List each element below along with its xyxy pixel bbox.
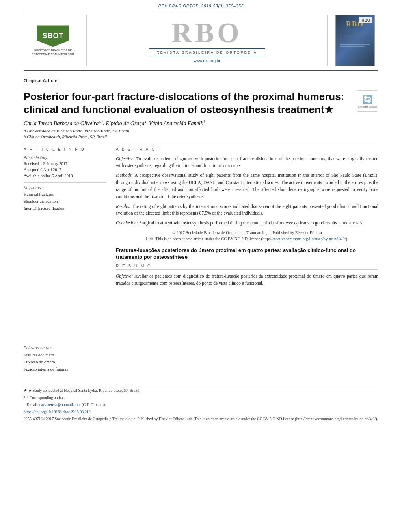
cover-line-4 bbox=[340, 39, 370, 39]
copyright-link[interactable]: creativecommons.org/licenses/by-nc-nd/4.… bbox=[272, 237, 346, 241]
rbo-cover-lines bbox=[340, 32, 370, 48]
keyword-2: Shoulder dislocation bbox=[24, 198, 106, 205]
footnote-star-symbol: ★ bbox=[24, 388, 28, 393]
page: REV BRAS ORTOP. 2018;53(3):350–356 SBOT … bbox=[0, 0, 402, 532]
www-label: www.rbo.org.br bbox=[194, 59, 220, 63]
pt-main-title: Fraturas-luxações posteriores do úmero p… bbox=[116, 247, 378, 261]
pt-title-section: Fraturas-luxações posteriores do úmero p… bbox=[116, 247, 378, 287]
keywords-label: Keywords: bbox=[24, 186, 106, 190]
author-vania: Vânia Aparecida Fanelli bbox=[149, 120, 203, 126]
article-info-header: A R T I C L E I N F O bbox=[24, 147, 106, 153]
corresponding-symbol: * bbox=[24, 395, 27, 400]
article-type-label: Original Article bbox=[24, 78, 58, 85]
palavras-label: Palavras-chave: bbox=[24, 346, 106, 350]
cover-line-8 bbox=[340, 46, 364, 47]
email-link[interactable]: carla.teresa@hotmail.com bbox=[39, 402, 81, 407]
sbot-shield-icon: SBOT bbox=[37, 25, 69, 47]
sbot-logo: SBOT SOCIEDADE BRASILEIRA DE ORTOPEDIA E… bbox=[32, 25, 74, 56]
cover-line-7 bbox=[340, 44, 370, 45]
conclusion-label: Conclusion: bbox=[116, 221, 138, 225]
email-suffix: (C.T. Oliveira). bbox=[82, 402, 106, 407]
objective-text: To evaluate patients diagnosed with post… bbox=[116, 156, 378, 168]
left-column: A R T I C L E I N F O Article history: R… bbox=[24, 147, 106, 373]
revista-label: REVISTA BRASILEIRA DE ORTOPEDIA bbox=[149, 48, 265, 56]
sbot-logo-section: SBOT SOCIEDADE BRASILEIRA DE ORTOPEDIA E… bbox=[24, 15, 87, 66]
abstract-results: Results: The rating of eight patients by… bbox=[116, 203, 378, 217]
cover-line-6 bbox=[340, 43, 358, 43]
title-section: Posterior four-part fracture-dislocation… bbox=[24, 90, 378, 116]
resumo-header: R E S U M O bbox=[116, 264, 378, 270]
conclusion-text: Surgical treatment with osteosynthesis p… bbox=[139, 221, 363, 225]
cover-line-1 bbox=[340, 33, 370, 33]
article-title: Posterior four-part fracture-dislocation… bbox=[24, 90, 349, 116]
left-divider-1 bbox=[24, 182, 106, 183]
footnote-star-text: ★ Study conducted at Hospital Santa Lydi… bbox=[28, 388, 141, 393]
check-updates-badge: 🔄 Check for updates bbox=[357, 90, 378, 112]
footnotes-section: ★ ★ Study conducted at Hospital Santa Ly… bbox=[24, 385, 378, 422]
methods-text: A prospective observational study of eig… bbox=[116, 173, 378, 198]
objetivo-label: Objetivo: bbox=[116, 274, 133, 278]
pt-keywords-section: Palavras-chave: Fraturas do úmero Luxaçã… bbox=[24, 346, 106, 373]
affil-divider bbox=[24, 143, 378, 143]
right-column: A B S T R A C T Objective: To evaluate p… bbox=[116, 147, 378, 373]
abstract-objective: Objective: To evaluate patients diagnose… bbox=[116, 156, 378, 170]
received-date: Received 1 February 2017 bbox=[24, 161, 106, 167]
cover-line-3 bbox=[340, 37, 358, 37]
palavra-3: Fixação interna de fraturas bbox=[24, 366, 106, 373]
objective-label: Objective: bbox=[116, 156, 135, 161]
check-updates-text: Check for updates bbox=[358, 106, 377, 108]
footnote-issn: 2255-4971/© 2017 Sociedade Brasileira de… bbox=[24, 416, 378, 422]
abstract-methods: Methods: A prospective observational stu… bbox=[116, 172, 378, 200]
check-updates-icon: 🔄 bbox=[362, 95, 373, 105]
results-text: The rating of eight patients by the inte… bbox=[116, 204, 378, 216]
copyright-close: ). bbox=[346, 237, 348, 241]
two-col-layout: A R T I C L E I N F O Article history: R… bbox=[24, 147, 378, 373]
rbo-cover-section: RBO RBO bbox=[327, 15, 378, 66]
rbo-center: RBO REVISTA BRASILEIRA DE ORTOPEDIA www.… bbox=[87, 15, 327, 66]
palavra-2: Luxação do ombro bbox=[24, 359, 106, 366]
author-elpidio: Elpídio da Graça bbox=[106, 120, 145, 126]
pt-keywords-list: Fraturas do úmero Luxação do ombro Fixaç… bbox=[24, 352, 106, 373]
methods-label: Methods: bbox=[116, 173, 133, 178]
journal-banner: SBOT SOCIEDADE BRASILEIRA DE ORTOPEDIA E… bbox=[24, 11, 378, 71]
abstract-header: A B S T R A C T bbox=[116, 147, 378, 153]
cover-line-5 bbox=[340, 41, 364, 41]
results-label: Results: bbox=[116, 204, 130, 209]
objetivo-text: Avaliar os pacientes com diagnóstico de … bbox=[116, 274, 378, 285]
email-label: E-mail: bbox=[27, 402, 39, 407]
keyword-3: Internal fracture fixation bbox=[24, 205, 106, 212]
palavra-1: Fraturas do úmero bbox=[24, 352, 106, 359]
rbo-logo-text: RBO bbox=[171, 19, 242, 47]
copyright-line1: © 2017 Sociedade Brasileira de Ortopedia… bbox=[172, 230, 322, 235]
rbo-cover-badge: RBO bbox=[359, 17, 372, 23]
authors-line: Carla Teresa Barbosa de Oliveiraa,*, Elp… bbox=[24, 120, 378, 127]
corresponding-text: * Corresponding author. bbox=[27, 395, 65, 400]
affiliation-b: b Clínica Ortohealth, Ribeirão Preto, SP… bbox=[24, 134, 378, 139]
resumo-objetivo: Objetivo: Avaliar os pacientes com diagn… bbox=[116, 273, 378, 287]
affiliation-a: a Universidade de Ribeirão Preto, Ribeir… bbox=[24, 128, 378, 133]
copyright-box: © 2017 Sociedade Brasileira de Ortopedia… bbox=[116, 230, 378, 242]
history-label: Article history: bbox=[24, 156, 106, 160]
available-date: Available online 5 April 2018 bbox=[24, 173, 106, 179]
footnote-star: ★ ★ Study conducted at Hospital Santa Ly… bbox=[24, 387, 378, 393]
keywords-list: Humeral fractures Shoulder dislocation I… bbox=[24, 191, 106, 212]
copyright-line2: Ltda. This is an open access article und… bbox=[146, 237, 272, 241]
accepted-date: Accepted 6 April 2017 bbox=[24, 167, 106, 173]
footnote-email: E-mail: carla.teresa@hotmail.com (C.T. O… bbox=[24, 402, 378, 408]
abstract-conclusion: Conclusion: Surgical treatment with oste… bbox=[116, 220, 378, 227]
keyword-1: Humeral fractures bbox=[24, 191, 106, 198]
rbo-cover-image: RBO RBO bbox=[335, 15, 375, 66]
cover-line-2 bbox=[340, 35, 364, 35]
sbot-subtitle: SOCIEDADE BRASILEIRA DE ORTOPEDIA E TRAU… bbox=[32, 48, 74, 56]
footnote-doi: https://doi.org/10.1016/j.rboe.2018.03.0… bbox=[24, 409, 378, 415]
footnote-corresponding: * * Corresponding author. bbox=[24, 395, 378, 400]
author-vania-sup: b bbox=[203, 120, 205, 124]
author-carla-sup: a,* bbox=[99, 120, 103, 124]
doi-link[interactable]: https://doi.org/10.1016/j.rboe.2018.03.0… bbox=[24, 410, 91, 414]
journal-citation: REV BRAS ORTOP. 2018;53(3):350–356 bbox=[24, 0, 378, 11]
author-carla: Carla Teresa Barbosa de Oliveira bbox=[24, 120, 99, 126]
author-elpidio-sup: a bbox=[145, 120, 147, 124]
